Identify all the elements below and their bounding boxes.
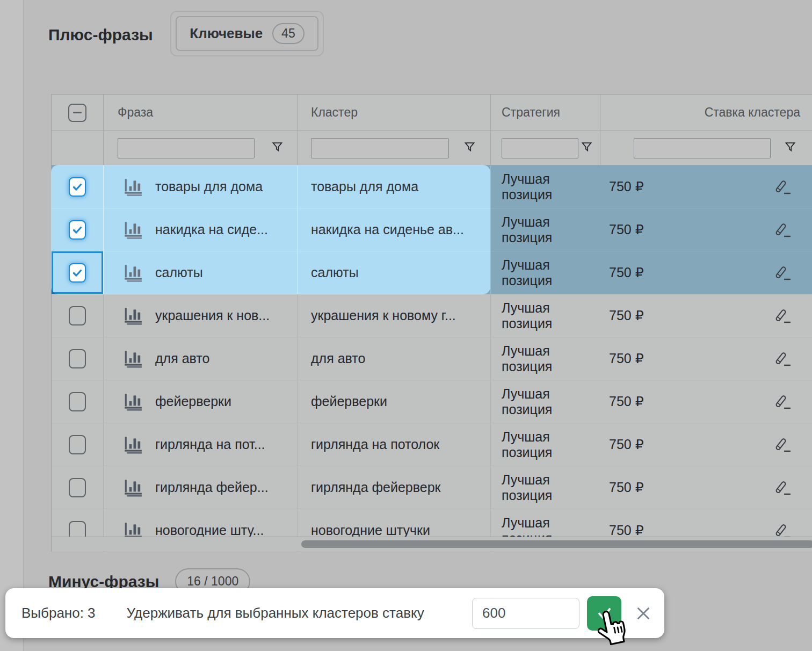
cluster-text: накидка на сиденье ав... [298, 222, 464, 237]
filter-input-bid[interactable] [634, 138, 771, 158]
close-action-bar-button[interactable] [634, 604, 653, 623]
phrase-text: салюты [155, 265, 203, 280]
close-icon [635, 605, 652, 622]
table-row[interactable]: для авто для авто Лучшая позиция 750 ₽ [52, 337, 812, 380]
strategy-text: Лучшая позиция [491, 214, 600, 245]
filter-input-phrase[interactable] [118, 138, 255, 158]
funnel-icon[interactable] [464, 141, 475, 155]
bid-cell: 750 ₽ [600, 380, 812, 423]
pencil-icon[interactable] [772, 221, 793, 239]
strategy-text: Лучшая позиция [491, 257, 600, 288]
bid-cell: 750 ₽ [600, 294, 812, 337]
table-row[interactable]: гирлянда на пот... гирлянда на потолок Л… [52, 423, 812, 466]
phrase-cell: товары для дома [104, 165, 298, 208]
filter-input-strategy[interactable] [502, 138, 578, 158]
row-checkbox[interactable] [69, 435, 86, 454]
bar-chart-icon[interactable] [123, 220, 144, 240]
table-filter-row [52, 131, 812, 165]
phrases-table: Фраза Кластер Стратегия Ставка кластера [51, 94, 812, 552]
pencil-icon[interactable] [772, 393, 793, 411]
funnel-icon[interactable] [785, 141, 796, 155]
phrase-text: фейерверки [155, 394, 231, 409]
strategy-cell: Лучшая позиция [491, 165, 600, 208]
apply-bid-button[interactable] [587, 596, 621, 631]
funnel-icon[interactable] [272, 141, 283, 155]
tab-keywords-count-badge: 45 [272, 23, 305, 44]
tab-keywords-label: Ключевые [190, 25, 263, 42]
bar-chart-icon[interactable] [123, 306, 144, 326]
bid-cell: 750 ₽ [600, 423, 812, 466]
check-icon [71, 223, 84, 237]
bulk-action-bar: Выбрано: 3 Удерживать для выбранных клас… [5, 588, 664, 638]
cluster-text: украшения к новому г... [298, 308, 456, 323]
bar-chart-icon[interactable] [123, 478, 144, 497]
column-header-strategy-label: Стратегия [491, 105, 560, 120]
row-checkbox[interactable] [69, 220, 86, 240]
checkbox-cell [52, 380, 104, 423]
select-all-checkbox[interactable] [68, 104, 86, 122]
cluster-cell: накидка на сиденье ав... [298, 208, 491, 251]
horizontal-scrollbar-track [52, 537, 812, 551]
pencil-icon[interactable] [772, 178, 793, 196]
strategy-cell: Лучшая позиция [491, 251, 600, 294]
cluster-text: фейерверки [298, 394, 387, 409]
column-header-strategy[interactable]: Стратегия [491, 95, 600, 131]
filter-input-cluster[interactable] [311, 138, 449, 158]
bar-chart-icon[interactable] [123, 177, 144, 197]
page-title: Плюс-фразы [48, 26, 153, 44]
bid-value: 750 ₽ [600, 308, 644, 323]
bar-chart-icon[interactable] [123, 349, 144, 368]
table-row[interactable]: товары для дома товары для дома Лучшая п… [52, 165, 812, 208]
phrase-text: товары для дома [155, 179, 263, 194]
bid-value-input[interactable] [472, 598, 579, 629]
bar-chart-icon[interactable] [123, 392, 144, 411]
selected-count-label: Выбрано: 3 [21, 605, 96, 621]
checkbox-cell [52, 165, 104, 208]
table-row[interactable]: гирлянда фейер... гирлянда фейерверк Луч… [52, 466, 812, 509]
strategy-cell: Лучшая позиция [491, 337, 600, 380]
bid-cell: 750 ₽ [600, 251, 812, 294]
strategy-cell: Лучшая позиция [491, 423, 600, 466]
cluster-text: для авто [298, 351, 365, 366]
cluster-cell: товары для дома [298, 165, 491, 208]
phrase-text: накидка на сиде... [155, 222, 268, 237]
horizontal-scrollbar[interactable] [301, 540, 812, 548]
pencil-icon[interactable] [772, 479, 793, 497]
bid-value: 750 ₽ [600, 523, 644, 538]
pencil-icon[interactable] [772, 264, 793, 282]
bid-value: 750 ₽ [600, 437, 644, 452]
tab-keywords-container: Ключевые 45 [170, 11, 324, 56]
pencil-icon[interactable] [772, 436, 793, 454]
strategy-text: Лучшая позиция [491, 386, 600, 417]
column-header-bid[interactable]: Ставка кластера [600, 95, 812, 131]
row-checkbox[interactable] [69, 349, 86, 368]
phrase-cell: салюты [104, 251, 298, 294]
filter-cell-strategy [491, 131, 600, 165]
table-row[interactable]: накидка на сиде... накидка на сиденье ав… [52, 208, 812, 251]
tab-keywords[interactable]: Ключевые 45 [176, 16, 318, 51]
bid-cell: 750 ₽ [600, 208, 812, 251]
checkmark-icon [595, 604, 614, 623]
row-checkbox[interactable] [69, 392, 86, 411]
funnel-icon[interactable] [581, 141, 592, 155]
phrase-text: гирлянда фейер... [155, 480, 269, 495]
bid-value: 750 ₽ [600, 222, 644, 237]
table-header-row: Фраза Кластер Стратегия Ставка кластера [52, 95, 812, 131]
cluster-cell: салюты [298, 251, 491, 294]
pencil-icon[interactable] [772, 307, 793, 325]
column-header-cluster[interactable]: Кластер [298, 95, 491, 131]
bid-value: 750 ₽ [600, 179, 644, 194]
pencil-icon[interactable] [772, 350, 793, 368]
row-checkbox[interactable] [69, 177, 86, 197]
bar-chart-icon[interactable] [123, 263, 144, 283]
filter-cell-phrase [104, 131, 298, 165]
table-row[interactable]: украшения к нов... украшения к новому г.… [52, 294, 812, 337]
bulk-action-label: Удерживать для выбранных кластеров ставк… [127, 605, 424, 621]
row-checkbox[interactable] [69, 306, 86, 326]
table-row[interactable]: фейерверки фейерверки Лучшая позиция 750… [52, 380, 812, 423]
bar-chart-icon[interactable] [123, 435, 144, 454]
table-row[interactable]: салюты салюты Лучшая позиция 750 ₽ [52, 251, 812, 294]
row-checkbox[interactable] [69, 263, 86, 283]
row-checkbox[interactable] [69, 478, 86, 497]
column-header-phrase[interactable]: Фраза [104, 95, 298, 131]
